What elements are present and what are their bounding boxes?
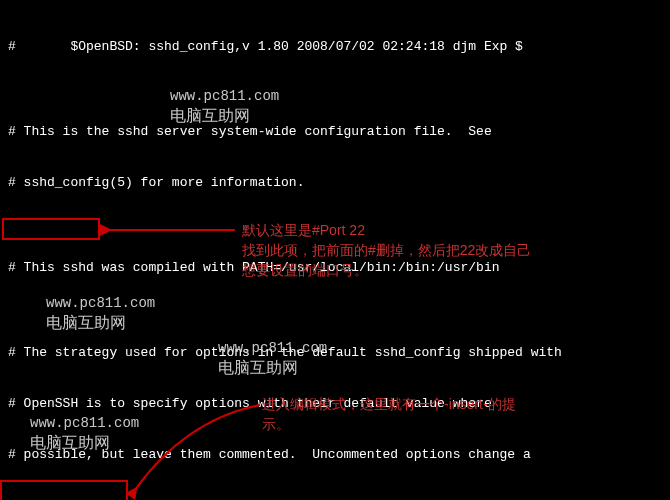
config-line: # sshd_config(5) for more information. [8, 174, 662, 191]
annotation-text: 进入编辑模式，这里就有一个-insert-的提 [262, 394, 622, 414]
config-line: # The strategy used for options in the d… [8, 344, 662, 361]
config-line: # $OpenBSD: sshd_config,v 1.80 2008/07/0… [8, 38, 662, 55]
annotation-insert: 进入编辑模式，这里就有一个-insert-的提 示。 [262, 394, 622, 434]
annotation-text: 想要设置的端口号。 [242, 260, 602, 280]
config-line: # This is the sshd server system-wide co… [8, 123, 662, 140]
annotation-port: 默认这里是#Port 22 找到此项，把前面的#删掉，然后把22改成自己 想要设… [242, 220, 602, 280]
annotation-text: 找到此项，把前面的#删掉，然后把22改成自己 [242, 240, 602, 260]
annotation-text: 示。 [262, 414, 622, 434]
annotation-text: 默认这里是#Port 22 [242, 220, 602, 240]
config-line: # possible, but leave them commented. Un… [8, 446, 662, 463]
